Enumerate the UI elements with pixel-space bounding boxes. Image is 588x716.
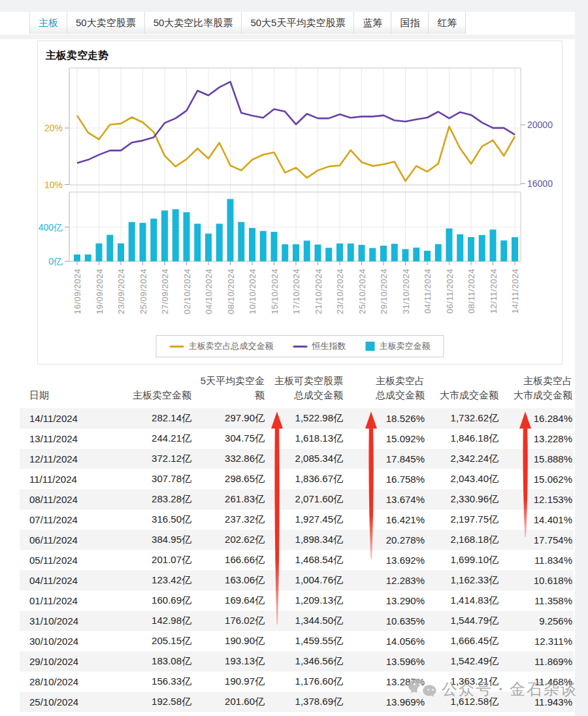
svg-text:20000: 20000 bbox=[527, 120, 553, 130]
legend-label: 恒生指数 bbox=[312, 340, 346, 352]
chart-card: 20%10%400亿0亿200001600016/09/202419/09/20… bbox=[37, 41, 563, 365]
col-header-3: 主板可卖空股票 总成交金额 bbox=[266, 374, 344, 408]
tab-band: 主板50大卖空股票50大卖空比率股票50大5天平均卖空股票蓝筹国指红筹 bbox=[0, 12, 575, 35]
table-row: 12/11/2024372.12亿332.86亿2,085.34亿17.845%… bbox=[20, 449, 574, 469]
svg-text:08/11/2024: 08/11/2024 bbox=[466, 268, 476, 314]
svg-text:21/10/2024: 21/10/2024 bbox=[314, 268, 323, 314]
svg-text:02/10/2024: 02/10/2024 bbox=[182, 268, 192, 314]
tab-bar: 主板50大卖空股票50大卖空比率股票50大5天平均卖空股票蓝筹国指红筹 bbox=[29, 12, 466, 35]
chart-legend: 主板卖空占总成交金额恒生指数主板卖空金额 bbox=[156, 335, 444, 357]
svg-text:17/10/2024: 17/10/2024 bbox=[291, 268, 301, 314]
tab-4[interactable]: 蓝筹 bbox=[354, 12, 391, 34]
watermark-text: 公众号・金石杂谈 bbox=[442, 679, 578, 700]
short-selling-chart: 20%10%400亿0亿200001600016/09/202419/09/20… bbox=[38, 41, 562, 364]
svg-text:04/11/2024: 04/11/2024 bbox=[423, 268, 433, 314]
tab-1[interactable]: 50大卖空股票 bbox=[67, 12, 145, 34]
watermark: 公众号・金石杂谈 bbox=[408, 678, 578, 700]
svg-text:0亿: 0亿 bbox=[48, 256, 63, 267]
legend-item[interactable]: 恒生指数 bbox=[293, 340, 346, 352]
legend-label: 主板卖空金额 bbox=[380, 340, 431, 352]
legend-line-swatch bbox=[170, 346, 184, 348]
table-row: 11/11/2024307.78亿298.65亿1,836.67亿16.758%… bbox=[20, 469, 574, 489]
col-header-1: 主板卖空金额 bbox=[98, 374, 193, 408]
wechat-icon bbox=[408, 678, 438, 700]
svg-text:16000: 16000 bbox=[527, 178, 553, 189]
table-row: 01/11/2024160.69亿169.64亿1,209.13亿13.290%… bbox=[20, 591, 574, 611]
table-row: 31/10/2024142.98亿176.02亿1,344.50亿10.635%… bbox=[20, 611, 574, 631]
short-selling-table: 日期主板卖空金额5天平均卖空金 额主板可卖空股票 总成交金额主板卖空占 总成交金… bbox=[20, 374, 574, 712]
table-header-row: 日期主板卖空金额5天平均卖空金 额主板可卖空股票 总成交金额主板卖空占 总成交金… bbox=[20, 374, 574, 408]
tab-6[interactable]: 红筹 bbox=[429, 12, 466, 34]
svg-text:25/09/2024: 25/09/2024 bbox=[139, 268, 148, 314]
svg-text:23/10/2024: 23/10/2024 bbox=[335, 268, 345, 314]
svg-text:10/10/2024: 10/10/2024 bbox=[248, 268, 257, 314]
col-header-2: 5天平均卖空金 额 bbox=[193, 374, 266, 408]
svg-text:08/10/2024: 08/10/2024 bbox=[226, 268, 236, 314]
svg-text:25/10/2024: 25/10/2024 bbox=[357, 268, 367, 314]
table-row: 07/11/2024316.50亿237.32亿1,927.45亿16.421%… bbox=[20, 510, 574, 530]
table-row: 30/10/2024205.15亿190.90亿1,459.55亿14.056%… bbox=[20, 631, 574, 651]
short-selling-table-wrap: 日期主板卖空金额5天平均卖空金 额主板可卖空股票 总成交金额主板卖空占 总成交金… bbox=[20, 374, 574, 712]
tab-3[interactable]: 50大5天平均卖空股票 bbox=[242, 12, 354, 34]
table-row: 08/11/2024283.28亿261.83亿2,071.60亿13.674%… bbox=[20, 489, 574, 510]
legend-label: 主板卖空占总成交金额 bbox=[189, 340, 274, 352]
col-header-5: 大市成交金额 bbox=[426, 374, 500, 408]
table-row: 05/11/2024201.07亿166.66亿1,468.54亿13.692%… bbox=[20, 550, 574, 570]
table-row: 06/11/2024384.95亿202.62亿1,898.34亿20.278%… bbox=[20, 530, 574, 550]
tab-2[interactable]: 50大卖空比率股票 bbox=[145, 12, 242, 34]
tab-0-active[interactable]: 主板 bbox=[29, 12, 67, 34]
table-row: 14/11/2024282.14亿297.90亿1,522.98亿18.526%… bbox=[20, 408, 574, 429]
legend-item[interactable]: 主板卖空占总成交金额 bbox=[170, 340, 274, 352]
chart-title: 主板卖空走势 bbox=[46, 49, 108, 63]
svg-text:14/11/2024: 14/11/2024 bbox=[510, 268, 520, 314]
legend-line-swatch bbox=[293, 346, 308, 348]
col-header-4: 主板卖空占 总成交金额 bbox=[344, 374, 426, 408]
svg-text:04/10/2024: 04/10/2024 bbox=[204, 268, 214, 314]
table-body: 14/11/2024282.14亿297.90亿1,522.98亿18.526%… bbox=[20, 408, 574, 712]
table-row: 29/10/2024183.08亿193.13亿1,346.56亿13.596%… bbox=[20, 651, 574, 672]
legend-item[interactable]: 主板卖空金额 bbox=[366, 340, 431, 352]
svg-text:12/11/2024: 12/11/2024 bbox=[489, 268, 498, 314]
svg-text:16/09/2024: 16/09/2024 bbox=[73, 268, 82, 314]
tab-5[interactable]: 国指 bbox=[391, 12, 429, 34]
svg-text:15/10/2024: 15/10/2024 bbox=[270, 268, 280, 314]
table-row: 13/11/2024244.21亿304.75亿1,618.13亿15.092%… bbox=[20, 429, 574, 449]
svg-text:400亿: 400亿 bbox=[39, 222, 63, 233]
svg-text:27/09/2024: 27/09/2024 bbox=[160, 268, 170, 314]
svg-text:19/09/2024: 19/09/2024 bbox=[95, 268, 105, 314]
page: { "tabs": [ {"label": "主板", "active": tr… bbox=[0, 0, 588, 716]
col-header-0: 日期 bbox=[20, 374, 98, 408]
svg-text:31/10/2024: 31/10/2024 bbox=[401, 268, 411, 314]
legend-square-swatch bbox=[366, 342, 375, 351]
svg-text:23/09/2024: 23/09/2024 bbox=[116, 268, 126, 314]
svg-text:10%: 10% bbox=[44, 180, 63, 190]
svg-text:29/10/2024: 29/10/2024 bbox=[379, 268, 389, 314]
svg-text:06/11/2024: 06/11/2024 bbox=[445, 268, 455, 314]
col-header-6: 主板卖空占 大市成交金额 bbox=[500, 374, 574, 408]
svg-text:20%: 20% bbox=[44, 123, 63, 133]
table-row: 04/11/2024123.42亿163.06亿1,004.76亿12.283%… bbox=[20, 570, 574, 591]
